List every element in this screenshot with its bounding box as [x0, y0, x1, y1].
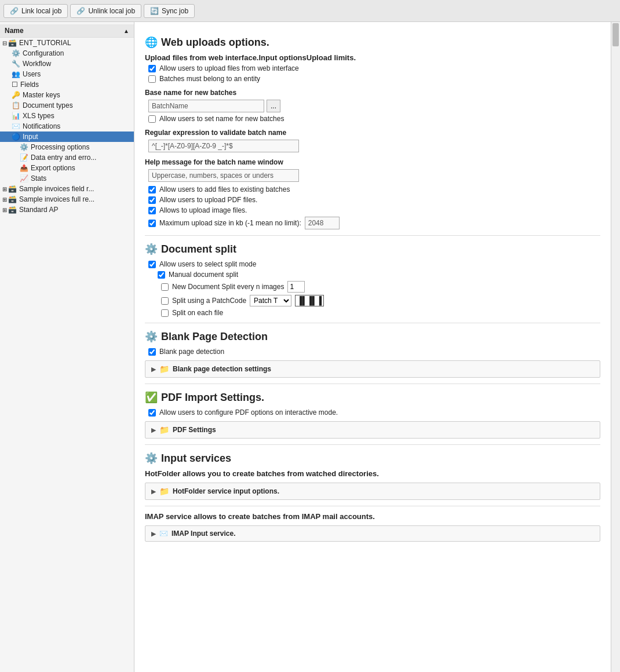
- cb-upload-image-label: Allows to upload image files.: [159, 206, 247, 214]
- sidebar-item-data-entry[interactable]: 📝 Data entry and erro...: [0, 152, 134, 163]
- sidebar-item-document-types[interactable]: 📋 Document types: [0, 100, 134, 111]
- sidebar-item-fields[interactable]: ☐ Fields: [0, 79, 134, 90]
- cb-batches-belong-row: Batches must belong to an entity: [148, 75, 600, 83]
- sidebar-item-label: Notifications: [23, 122, 60, 130]
- sidebar-item-ent-tutorial[interactable]: ⊟ 🗃️ ENT_TUTORIAL: [0, 38, 134, 48]
- upload-size-label: Maximum upload size in kb (-1 mean no li…: [159, 219, 301, 227]
- base-name-row: ...: [148, 100, 600, 112]
- cb-blank-page-row: Blank page detection: [148, 348, 600, 356]
- cb-allow-name[interactable]: [148, 115, 156, 123]
- cb-new-doc-split-row: New Document Split every n images: [148, 281, 600, 293]
- cb-upload-image[interactable]: [148, 207, 156, 214]
- sidebar-item-notifications[interactable]: ✉️ Notifications: [0, 121, 134, 132]
- link-job-label: Link local job: [21, 7, 61, 15]
- cb-blank-page[interactable]: [148, 348, 156, 356]
- sidebar-item-processing-options[interactable]: ⚙️ Processing options: [0, 142, 134, 152]
- separator-2: [145, 323, 600, 323]
- sidebar-item-label: Master keys: [23, 91, 60, 99]
- sync-job-label: Sync job: [162, 7, 188, 15]
- export-icon: 📤: [20, 164, 28, 172]
- base-name-browse-button[interactable]: ...: [267, 100, 280, 112]
- workflow-icon: 🔧: [12, 60, 20, 68]
- regex-input[interactable]: [148, 140, 299, 152]
- cb-batches-belong-label: Batches must belong to an entity: [159, 75, 260, 83]
- blank-page-settings-section[interactable]: ▶ 📁 Blank page detection settings: [145, 360, 600, 378]
- sync-icon: 🔄: [150, 7, 159, 15]
- cb-manual-split-row: Manual document split: [148, 271, 600, 279]
- cb-select-split-row: Allow users to select split mode: [148, 260, 600, 268]
- sidebar-item-input[interactable]: 🔵 Input: [0, 132, 134, 142]
- cb-allow-name-label: Allow users to set name for new batches: [159, 115, 284, 123]
- cb-upload-image-row: Allows to upload image files.: [148, 206, 600, 214]
- sidebar-item-label: Sample invoices field r...: [19, 185, 94, 193]
- sidebar-tree: ⊟ 🗃️ ENT_TUTORIAL ⚙️ Configuration 🔧 Wor…: [0, 38, 134, 215]
- imap-bold: IMAP service allows to create batches fr…: [145, 512, 600, 521]
- regex-label: Regular expression to validate batch nam…: [145, 129, 600, 137]
- link-job-button[interactable]: 🔗 Link local job: [3, 4, 68, 18]
- input-icon: 🔵: [12, 133, 20, 141]
- cb-patchcode[interactable]: [161, 297, 169, 305]
- imap-label: IMAP Input service.: [172, 529, 235, 538]
- gear4-icon: ⚙️: [145, 452, 158, 465]
- hotfolder-label: HotFolder service input options.: [173, 487, 279, 495]
- processing-icon: ⚙️: [20, 143, 28, 151]
- sidebar-item-label: Standard AP: [19, 206, 58, 214]
- expand-arrow-imap: ▶: [151, 530, 156, 538]
- sidebar-item-users[interactable]: 👥 Users: [0, 69, 134, 79]
- cb-select-split[interactable]: [148, 261, 156, 268]
- web-uploads-title: 🌐 Web uploads options.: [145, 36, 600, 49]
- cb-pdf-configure[interactable]: [148, 409, 156, 417]
- sidebar: Name ▲ ⊟ 🗃️ ENT_TUTORIAL ⚙️ Configuratio…: [0, 22, 134, 672]
- fields-icon: ☐: [12, 81, 18, 89]
- cb-allow-upload[interactable]: [148, 65, 156, 72]
- scrollbar[interactable]: [611, 22, 620, 672]
- sidebar-item-xls-types[interactable]: 📊 XLS types: [0, 111, 134, 121]
- plus-icon: ⊞: [2, 186, 7, 192]
- toolbar: 🔗 Link local job 🔗 Unlink local job 🔄 Sy…: [0, 0, 620, 22]
- sidebar-title: Name: [5, 27, 24, 35]
- mail2-icon: ✉️: [159, 529, 168, 538]
- help-msg-label: Help message for the batch name window: [145, 158, 600, 166]
- mail-icon: ✉️: [12, 122, 20, 130]
- sidebar-item-label: Export options: [31, 164, 75, 172]
- base-name-label: Base name for new batches: [145, 89, 600, 97]
- gear-icon: ⚙️: [12, 49, 20, 57]
- patchcode-select[interactable]: Patch T Patch I Patch II Patch III Patch…: [250, 295, 291, 306]
- sidebar-item-configuration[interactable]: ⚙️ Configuration: [0, 48, 134, 59]
- cb-upload-size[interactable]: [148, 220, 156, 227]
- cb-add-files[interactable]: [148, 186, 156, 193]
- unlink-job-button[interactable]: 🔗 Unlink local job: [70, 4, 141, 18]
- sync-job-button[interactable]: 🔄 Sync job: [144, 4, 195, 18]
- cb-upload-pdf[interactable]: [148, 196, 156, 204]
- expand-arrow-hotfolder: ▶: [151, 488, 156, 495]
- cb-split-file[interactable]: [161, 309, 169, 317]
- sidebar-item-workflow[interactable]: 🔧 Workflow: [0, 59, 134, 69]
- help-msg-input[interactable]: [148, 169, 299, 182]
- unlink-icon: 🔗: [76, 7, 85, 15]
- imap-section[interactable]: ▶ ✉️ IMAP Input service.: [145, 525, 600, 542]
- cb-new-doc-split[interactable]: [161, 283, 169, 291]
- sidebar-item-export-options[interactable]: 📤 Export options: [0, 163, 134, 173]
- link-icon: 🔗: [10, 7, 19, 15]
- cb-pdf-configure-row: Allow users to configure PDF options on …: [148, 408, 600, 417]
- new-doc-split-input[interactable]: [287, 281, 305, 293]
- sidebar-item-label: Sample invoices full re...: [19, 195, 94, 203]
- globe-icon: 🌐: [145, 36, 158, 49]
- sidebar-item-standard-ap[interactable]: ⊞ 🗃️ Standard AP: [0, 204, 134, 215]
- pdf-settings-section[interactable]: ▶ 📁 PDF Settings: [145, 421, 600, 439]
- table-icon: 🗃️: [8, 39, 17, 47]
- cb-pdf-configure-label: Allow users to configure PDF options on …: [159, 408, 338, 417]
- sidebar-item-stats[interactable]: 📈 Stats: [0, 173, 134, 184]
- cb-upload-pdf-row: Allow users to upload PDF files.: [148, 196, 600, 204]
- cb-batches-belong[interactable]: [148, 75, 156, 83]
- cb-manual-split[interactable]: [158, 271, 165, 279]
- sidebar-header: Name ▲: [0, 24, 134, 38]
- sidebar-item-master-keys[interactable]: 🔑 Master keys: [0, 90, 134, 100]
- sidebar-item-sample-invoices-full[interactable]: ⊞ 🗃️ Sample invoices full re...: [0, 194, 134, 204]
- sidebar-item-sample-invoices-field[interactable]: ⊞ 🗃️ Sample invoices field r...: [0, 184, 134, 194]
- upload-size-input[interactable]: [305, 217, 340, 229]
- base-name-input[interactable]: [148, 100, 264, 112]
- pdf-check-icon: ✅: [145, 391, 158, 404]
- hotfolder-section[interactable]: ▶ 📁 HotFolder service input options.: [145, 483, 600, 500]
- sort-icon[interactable]: ▲: [123, 28, 129, 34]
